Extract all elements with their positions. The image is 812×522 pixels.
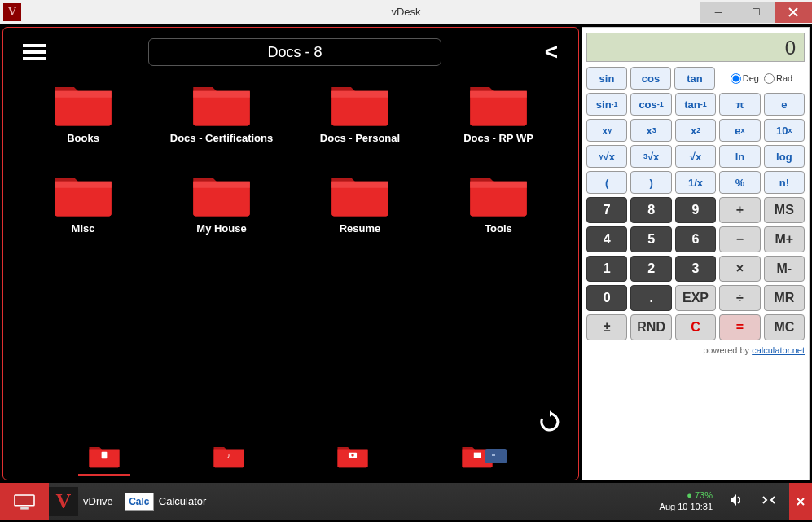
folder-icon: [50, 78, 116, 127]
calc-button[interactable]: EXP: [675, 285, 716, 311]
calc-sci-button[interactable]: ex: [719, 119, 760, 142]
calc-button[interactable]: 5: [630, 226, 671, 252]
menu-button[interactable]: [10, 41, 59, 64]
back-button[interactable]: <: [531, 39, 572, 65]
folder-icon: [189, 169, 254, 217]
svg-point-3: [352, 454, 354, 456]
calc-sci-button[interactable]: 1/x: [675, 171, 716, 194]
calc-sci-button[interactable]: %: [719, 171, 760, 194]
hamburger-icon: [23, 41, 46, 64]
nav-item-music[interactable]: ♪: [211, 442, 247, 472]
svg-rect-4: [474, 453, 481, 458]
calc-button[interactable]: −: [719, 226, 760, 252]
calc-button[interactable]: 9: [675, 197, 716, 223]
calculator-credit-link[interactable]: calculator.net: [752, 345, 805, 355]
window-titlebar: V vDesk ─ ☐: [0, 0, 812, 24]
calc-sci-button[interactable]: tan: [674, 67, 715, 90]
folder-item[interactable]: Resume: [291, 169, 429, 235]
calc-button[interactable]: M-: [764, 256, 805, 282]
file-panel: Docs - 8 < BooksDocs - CertificationsDoc…: [2, 27, 579, 480]
calc-sci-button[interactable]: xy: [586, 119, 627, 142]
calc-sci-button[interactable]: n!: [764, 171, 805, 194]
calc-sci-button[interactable]: log: [764, 145, 805, 168]
calc-sci-button[interactable]: cos-1: [630, 93, 671, 116]
calc-button[interactable]: ×: [719, 256, 760, 282]
calc-button[interactable]: =: [719, 314, 760, 340]
folder-item[interactable]: Misc: [14, 169, 152, 235]
folder-icon: [327, 78, 393, 127]
window-minimize-button[interactable]: ─: [700, 2, 737, 23]
calc-sci-button[interactable]: π: [719, 93, 760, 116]
calc-button[interactable]: C: [675, 314, 716, 340]
calc-sci-button[interactable]: 3√x: [630, 145, 671, 168]
calc-button[interactable]: .: [630, 285, 671, 311]
calc-button[interactable]: M+: [764, 226, 805, 252]
calc-button[interactable]: 6: [675, 226, 716, 252]
vdrive-icon: V: [49, 487, 78, 516]
taskbar-datetime: Aug 10 10:31: [660, 502, 713, 512]
calc-button[interactable]: MR: [764, 285, 805, 311]
nav-folder-icon: ♪: [211, 442, 247, 468]
calc-sci-button[interactable]: sin-1: [586, 93, 627, 116]
folder-label: Docs - Personal: [320, 132, 400, 144]
calc-button[interactable]: MS: [764, 197, 805, 223]
folder-label: Books: [67, 132, 99, 144]
deg-radio[interactable]: [731, 73, 741, 84]
taskbar-battery-clock: ● 73% Aug 10 10:31: [660, 490, 716, 511]
calc-sci-button[interactable]: ln: [719, 145, 760, 168]
window-maximize-button[interactable]: ☐: [737, 2, 775, 23]
calc-sci-button[interactable]: (: [586, 171, 627, 194]
calc-button[interactable]: 4: [586, 226, 627, 252]
folder-icon: [466, 169, 531, 217]
calc-button[interactable]: MC: [764, 314, 805, 340]
calc-button[interactable]: 7: [586, 197, 627, 223]
nav-item-box[interactable]: [459, 442, 495, 472]
calc-sci-button[interactable]: x3: [630, 119, 671, 142]
refresh-button[interactable]: [538, 410, 562, 437]
calc-sci-button[interactable]: x2: [675, 119, 716, 142]
refresh-icon: [538, 410, 562, 434]
close-icon: [797, 498, 805, 506]
taskbar-app-label: vDrive: [83, 495, 113, 507]
calc-sci-button[interactable]: ): [630, 171, 671, 194]
calc-sci-button[interactable]: cos: [630, 67, 671, 90]
calc-button[interactable]: 3: [675, 256, 716, 282]
calc-button[interactable]: 2: [630, 256, 671, 282]
folder-item[interactable]: Docs - RP WP: [429, 78, 568, 144]
folder-item[interactable]: My House: [152, 169, 291, 235]
calc-button[interactable]: +: [719, 197, 760, 223]
collapse-button[interactable]: [757, 494, 781, 508]
volume-button[interactable]: [724, 493, 748, 510]
calc-sci-button[interactable]: sin: [586, 67, 627, 90]
folder-item[interactable]: Books: [14, 78, 152, 144]
nav-item-document[interactable]: [86, 442, 122, 472]
calc-button[interactable]: 1: [586, 256, 627, 282]
panel-title: Docs - 8: [148, 38, 441, 66]
launcher-button[interactable]: [0, 483, 49, 520]
calc-button[interactable]: 8: [630, 197, 671, 223]
taskbar: V vDrive Calc Calculator ● 73% Aug 10 10…: [0, 483, 812, 520]
bottom-nav: ♪: [10, 437, 572, 476]
calc-button[interactable]: 0: [586, 285, 627, 311]
calc-sci-button[interactable]: √x: [675, 145, 716, 168]
calc-sci-button[interactable]: e: [764, 93, 805, 116]
taskbar-app-vdrive[interactable]: V vDrive: [49, 483, 125, 520]
calc-button[interactable]: ÷: [719, 285, 760, 311]
calc-button[interactable]: ±: [586, 314, 627, 340]
calc-button[interactable]: RND: [630, 314, 671, 340]
window-close-button[interactable]: [775, 2, 812, 23]
calc-sci-button[interactable]: 10x: [764, 119, 805, 142]
folder-item[interactable]: Docs - Personal: [291, 78, 429, 144]
nav-item-camera[interactable]: [335, 442, 371, 472]
calculator-footer: powered by calculator.net: [586, 345, 805, 355]
folder-item[interactable]: Docs - Certifications: [152, 78, 291, 144]
calc-sci-button[interactable]: tan-1: [675, 93, 716, 116]
folder-item[interactable]: Tools: [429, 169, 568, 235]
deg-rad-toggle[interactable]: Deg Rad: [718, 67, 805, 90]
calc-sci-button[interactable]: y√x: [586, 145, 627, 168]
taskbar-close-button[interactable]: [789, 483, 812, 520]
taskbar-app-calculator[interactable]: Calc Calculator: [125, 483, 218, 520]
svg-rect-0: [102, 452, 108, 458]
rad-radio[interactable]: [764, 73, 775, 84]
folder-label: Docs - Certifications: [170, 132, 273, 144]
